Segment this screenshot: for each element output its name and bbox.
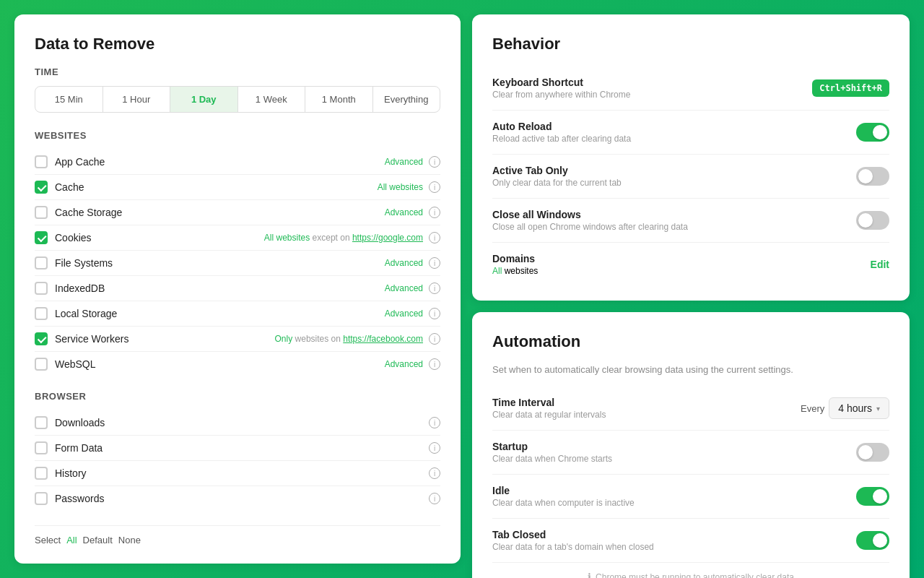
- list-item: History i: [35, 461, 440, 486]
- file-systems-label: File Systems: [55, 257, 385, 269]
- cache-storage-info-icon[interactable]: i: [429, 207, 440, 218]
- select-label: Select: [35, 535, 61, 545]
- app-cache-checkbox[interactable]: [35, 155, 48, 168]
- domains-label: Domains: [492, 253, 871, 264]
- tab-15min[interactable]: 15 Min: [35, 87, 103, 112]
- local-storage-info-icon[interactable]: i: [429, 308, 440, 319]
- form-data-info-icon[interactable]: i: [429, 442, 440, 454]
- indexeddb-checkbox[interactable]: [35, 282, 48, 295]
- time-interval-row: Time Interval Clear data at regular inte…: [492, 387, 889, 431]
- idle-label: Idle: [492, 485, 856, 496]
- select-default-link[interactable]: Default: [83, 535, 113, 545]
- websites-section: Websites App Cache Advanced i Cache All …: [35, 130, 440, 376]
- active-tab-row: Active Tab Only Only clear data for the …: [492, 155, 889, 199]
- indexeddb-info-icon[interactable]: i: [429, 282, 440, 294]
- behavior-title: Behavior: [492, 35, 889, 53]
- startup-toggle[interactable]: [856, 443, 889, 462]
- time-label: Time: [35, 66, 440, 77]
- auto-reload-toggle[interactable]: [856, 123, 889, 142]
- list-item: WebSQL Advanced i: [35, 352, 440, 376]
- close-windows-toggle[interactable]: [856, 211, 889, 230]
- startup-row: Startup Clear data when Chrome starts: [492, 431, 889, 475]
- time-interval-info: Time Interval Clear data at regular inte…: [492, 397, 801, 420]
- cookies-meta: All websites except on https://google.co…: [264, 233, 423, 243]
- app-container: Data to Remove Time 15 Min 1 Hour 1 Day …: [14, 14, 910, 564]
- tab-closed-toggle[interactable]: [856, 531, 889, 550]
- interval-dropdown[interactable]: 4 hours ▾: [829, 397, 889, 419]
- websites-label: Websites: [35, 130, 440, 141]
- file-systems-info-icon[interactable]: i: [429, 257, 440, 269]
- active-tab-label: Active Tab Only: [492, 165, 856, 176]
- passwords-checkbox[interactable]: [35, 492, 48, 505]
- domains-sub: All websites: [492, 266, 871, 276]
- websql-label: WebSQL: [55, 358, 385, 370]
- tab-1hour[interactable]: 1 Hour: [103, 87, 171, 112]
- time-interval-desc: Clear data at regular intervals: [492, 410, 801, 420]
- websql-checkbox[interactable]: [35, 358, 48, 371]
- list-item: Cache All websites i: [35, 175, 440, 200]
- keyboard-shortcut-badge: Ctrl+Shift+R: [812, 79, 889, 97]
- service-workers-checkbox[interactable]: [35, 332, 48, 345]
- tab-closed-desc: Clear data for a tab's domain when close…: [492, 542, 856, 552]
- list-item: Form Data i: [35, 436, 440, 461]
- websql-info-icon[interactable]: i: [429, 358, 440, 370]
- cache-info-icon[interactable]: i: [429, 181, 440, 193]
- select-bar: Select All Default None: [35, 525, 440, 545]
- idle-toggle[interactable]: [856, 487, 889, 506]
- time-tabs: 15 Min 1 Hour 1 Day 1 Week 1 Month Every…: [35, 86, 440, 113]
- chevron-down-icon: ▾: [876, 405, 880, 413]
- cache-storage-checkbox[interactable]: [35, 206, 48, 219]
- automation-desc: Set when to automatically clear browsing…: [492, 364, 889, 375]
- cookies-label: Cookies: [55, 232, 264, 243]
- interval-control: Every 4 hours ▾: [801, 397, 889, 419]
- app-cache-meta: Advanced: [385, 157, 423, 167]
- left-panel-title: Data to Remove: [35, 35, 440, 53]
- form-data-checkbox[interactable]: [35, 441, 48, 454]
- cookies-checkbox[interactable]: [35, 231, 48, 244]
- tab-everything[interactable]: Everything: [373, 87, 440, 112]
- history-checkbox[interactable]: [35, 467, 48, 480]
- tab-1month[interactable]: 1 Month: [305, 87, 373, 112]
- select-none-link[interactable]: None: [118, 535, 141, 545]
- local-storage-checkbox[interactable]: [35, 307, 48, 320]
- idle-info: Idle Clear data when computer is inactiv…: [492, 485, 856, 508]
- list-item: Cache Storage Advanced i: [35, 200, 440, 225]
- form-data-label: Form Data: [55, 442, 429, 454]
- tab-1day[interactable]: 1 Day: [170, 87, 238, 112]
- domains-row: Domains All websites Edit: [492, 243, 889, 286]
- auto-reload-desc: Reload active tab after clearing data: [492, 134, 856, 144]
- tab-closed-label: Tab Closed: [492, 529, 856, 540]
- list-item: Downloads i: [35, 410, 440, 436]
- indexeddb-label: IndexedDB: [55, 282, 385, 294]
- domains-edit-button[interactable]: Edit: [871, 259, 889, 270]
- service-workers-info-icon[interactable]: i: [429, 333, 440, 345]
- service-workers-meta: Only websites on https://facebook.com: [275, 334, 423, 344]
- footer-note: ℹ Chrome must be running to automaticall…: [492, 571, 889, 578]
- startup-desc: Clear data when Chrome starts: [492, 454, 856, 464]
- active-tab-desc: Only clear data for the current tab: [492, 178, 856, 188]
- app-cache-info-icon[interactable]: i: [429, 156, 440, 168]
- active-tab-toggle[interactable]: [856, 167, 889, 186]
- close-windows-row: Close all Windows Close all open Chrome …: [492, 199, 889, 243]
- select-all-link[interactable]: All: [66, 535, 77, 545]
- close-windows-desc: Close all open Chrome windows after clea…: [492, 222, 856, 232]
- tab-closed-info: Tab Closed Clear data for a tab's domain…: [492, 529, 856, 552]
- downloads-info-icon[interactable]: i: [429, 417, 440, 428]
- footer-note-text: Chrome must be running to automatically …: [596, 572, 794, 579]
- info-circle-icon: ℹ: [588, 571, 591, 578]
- cache-checkbox[interactable]: [35, 181, 48, 194]
- browser-section: Browser Downloads i Form Data i History …: [35, 391, 440, 511]
- downloads-checkbox[interactable]: [35, 416, 48, 429]
- passwords-info-icon[interactable]: i: [429, 493, 440, 504]
- active-tab-info: Active Tab Only Only clear data for the …: [492, 165, 856, 188]
- cookies-info-icon[interactable]: i: [429, 232, 440, 243]
- time-interval-label: Time Interval: [492, 397, 801, 408]
- keyboard-shortcut-desc: Clear from anywhere within Chrome: [492, 90, 812, 100]
- tab-closed-row: Tab Closed Clear data for a tab's domain…: [492, 519, 889, 563]
- list-item: Service Workers Only websites on https:/…: [35, 327, 440, 352]
- domains-info: Domains All websites: [492, 253, 871, 276]
- file-systems-checkbox[interactable]: [35, 256, 48, 269]
- history-info-icon[interactable]: i: [429, 467, 440, 479]
- cache-storage-label: Cache Storage: [55, 207, 385, 218]
- tab-1week[interactable]: 1 Week: [238, 87, 306, 112]
